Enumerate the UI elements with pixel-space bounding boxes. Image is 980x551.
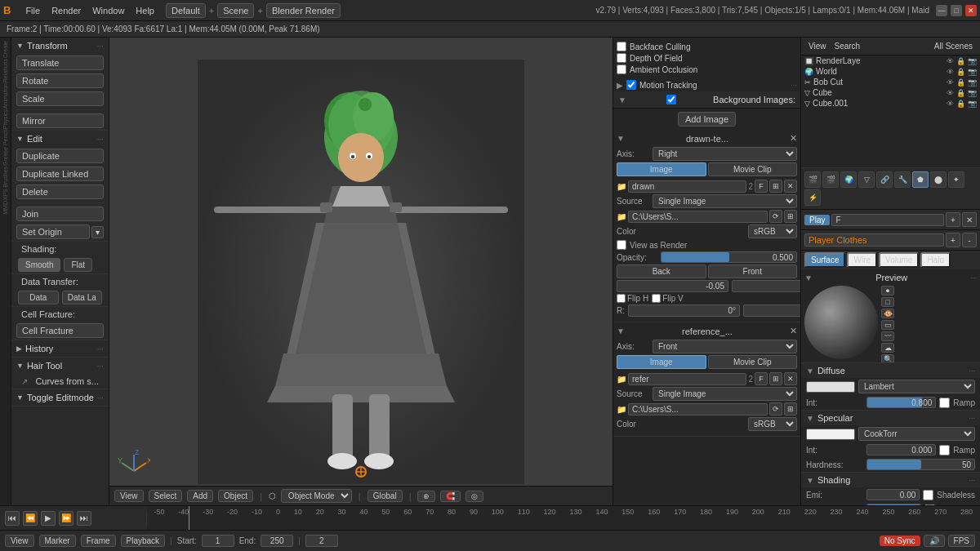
diffuse-int-bar[interactable]: 0.800 <box>866 397 936 408</box>
marker-bb-btn[interactable]: Marker <box>39 535 76 547</box>
smooth-button[interactable]: Smooth <box>18 258 60 272</box>
cube-lock[interactable]: 🔒 <box>956 89 965 97</box>
renderlayer-eye[interactable]: 👁 <box>947 57 954 65</box>
emi-bar[interactable]: 0.00 <box>866 489 920 500</box>
material-name-field[interactable] <box>804 233 944 247</box>
strip-label-mmd[interactable]: MMD <box>2 201 8 215</box>
strip-label-physics[interactable]: Physics <box>2 109 8 129</box>
renderlayer-lock[interactable]: 🔒 <box>956 57 965 65</box>
preview-wave-btn[interactable]: 〰 <box>881 331 894 341</box>
mode-selector[interactable]: Object Mode <box>281 489 352 503</box>
view-button[interactable]: View <box>114 490 144 502</box>
proportional-button[interactable]: ◎ <box>466 491 483 502</box>
cube-cam[interactable]: 📷 <box>968 89 977 97</box>
strip-label-animation[interactable]: Animation <box>2 83 8 109</box>
r-field-1[interactable] <box>628 304 740 317</box>
axis-select-2[interactable]: Front Right Top <box>653 340 797 353</box>
snap-button[interactable]: 🧲 <box>440 491 461 502</box>
backface-checkbox[interactable] <box>617 42 626 51</box>
play-btn[interactable]: Play <box>804 215 830 225</box>
path-field-1[interactable] <box>628 211 768 223</box>
mat-plus-btn[interactable]: + <box>946 233 960 247</box>
spec-int-bar[interactable]: 0.000 <box>866 444 936 455</box>
cube001-cam[interactable]: 📷 <box>968 100 977 108</box>
minimize-button[interactable]: — <box>936 5 947 16</box>
close-button[interactable]: ✕ <box>965 5 977 16</box>
material-shading-header[interactable]: ▼ Shading ··· <box>801 473 980 487</box>
timeline-bar[interactable]: -50 -40 -30 -20 -10 0 10 20 30 40 50 60 … <box>147 506 980 530</box>
strip-label-brushes[interactable]: Brushes <box>2 167 8 188</box>
duplicate-button[interactable]: Duplicate <box>16 149 104 163</box>
flat-button[interactable]: Flat <box>64 258 92 272</box>
mat-minus-btn[interactable]: - <box>962 233 977 247</box>
path-nav-1[interactable]: ⊞ <box>784 210 797 223</box>
viewport[interactable]: X Y Z (2) Maid View Select Add Object | … <box>109 38 612 505</box>
specular-shader-select[interactable]: CookTorr <box>858 427 975 441</box>
transform-header[interactable]: ▼ Transform ··· <box>11 38 109 54</box>
tl-play-btn[interactable]: ▶ <box>41 511 56 526</box>
workspace-selector[interactable]: Default <box>166 3 206 18</box>
diffuse-shader-select[interactable]: Lambert <box>858 380 975 393</box>
diffuse-color-swatch[interactable] <box>806 381 855 393</box>
view-as-render-check[interactable] <box>617 240 626 250</box>
strip-label-xps[interactable]: XPS <box>2 189 8 200</box>
source-select-2[interactable]: Single Image <box>653 387 797 401</box>
y-field-1[interactable] <box>732 280 800 292</box>
color-select-1[interactable]: sRGB <box>748 224 797 238</box>
world-eye[interactable]: 👁 <box>947 68 954 76</box>
tl-start-btn[interactable]: ⏮ <box>5 511 20 526</box>
strip-label-grease-pencil[interactable]: Grease Pencil <box>2 130 8 166</box>
spec-ramp-check[interactable] <box>939 445 950 455</box>
world-cam[interactable]: 📷 <box>968 68 977 76</box>
translate-button[interactable]: Translate <box>16 56 104 70</box>
rotate-button[interactable]: Rotate <box>16 73 104 88</box>
wire-tab[interactable]: Wire <box>847 252 877 268</box>
ambient-checkbox[interactable] <box>617 64 626 74</box>
playback-bb-btn[interactable]: Playback <box>121 535 166 547</box>
source-select-1[interactable]: Single Image <box>653 194 797 208</box>
search-scene-btn[interactable]: Search <box>832 41 863 51</box>
specular-color-swatch[interactable] <box>806 429 855 440</box>
frame-field[interactable] <box>305 535 338 547</box>
bg-sec2-close[interactable]: ✕ <box>790 326 797 336</box>
x-field-1[interactable] <box>617 280 728 292</box>
path-nav-2[interactable]: ⊞ <box>784 402 797 415</box>
color-select-2[interactable]: sRGB <box>748 417 797 431</box>
preview-monkey-btn[interactable]: 🐵 <box>881 309 894 318</box>
hair-tool-header[interactable]: ▼ Hair Tool ··· <box>11 358 109 374</box>
path-field-2[interactable] <box>628 403 768 415</box>
hardness-bar[interactable]: 50 <box>866 459 975 470</box>
path-reload-1[interactable]: ⟳ <box>769 210 782 223</box>
tl-end-btn[interactable]: ⏭ <box>77 511 91 526</box>
path-reload-2[interactable]: ⟳ <box>769 402 782 415</box>
file-close-btn-1[interactable]: ✕ <box>784 180 797 193</box>
file-field-2[interactable] <box>628 373 746 385</box>
diffuse-ramp-check[interactable] <box>939 398 950 408</box>
join-button[interactable]: Join <box>16 207 104 221</box>
depth-checkbox[interactable] <box>617 53 626 63</box>
specular-header[interactable]: ▼ Specular ··· <box>801 411 980 425</box>
bobcut-eye[interactable]: 👁 <box>947 78 954 87</box>
motion-tracking-checkbox[interactable] <box>626 80 636 90</box>
maximize-button[interactable]: □ <box>951 5 962 16</box>
object-button[interactable]: Object <box>218 490 253 502</box>
bg-images-checkbox[interactable] <box>666 95 676 104</box>
volume-tab[interactable]: Volume <box>879 252 919 268</box>
flip-v-check[interactable] <box>652 294 661 303</box>
physics-icon-btn[interactable]: ⚡ <box>804 189 821 206</box>
cell-fracture-button[interactable]: Cell Fracture <box>16 323 104 338</box>
tangent-check[interactable] <box>924 504 935 506</box>
set-origin-button[interactable]: Set Origin <box>16 224 90 239</box>
pivot-button[interactable]: ⊕ <box>417 491 435 502</box>
cube001-eye[interactable]: 👁 <box>947 100 954 108</box>
no-sync-button[interactable]: No Sync <box>880 535 920 546</box>
am-bar[interactable]: 1.000 <box>866 504 921 505</box>
particles-icon-btn[interactable]: ✦ <box>948 171 964 188</box>
surface-tab[interactable]: Surface <box>804 252 845 268</box>
file-F-btn-2[interactable]: F <box>755 372 768 385</box>
tl-prev-btn[interactable]: ⏪ <box>23 511 38 526</box>
scene-icon-btn[interactable]: 🎬 <box>822 171 839 188</box>
engine-selector[interactable]: Blender Render <box>266 3 341 18</box>
file-menu[interactable]: File <box>20 4 45 17</box>
file-nav-btn-1[interactable]: ⊞ <box>769 180 782 193</box>
